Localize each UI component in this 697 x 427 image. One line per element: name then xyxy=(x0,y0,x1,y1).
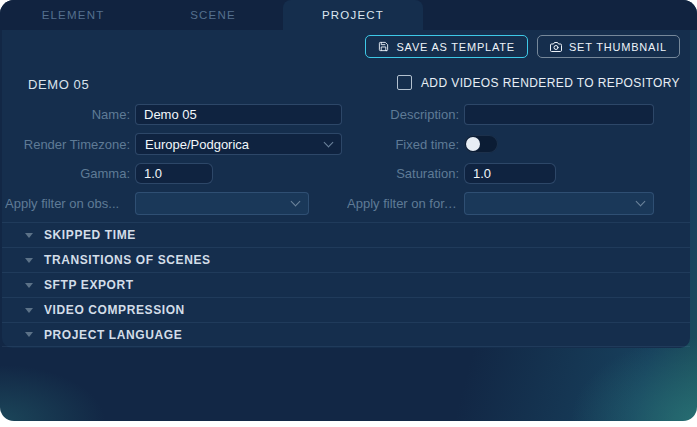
name-label: Name: xyxy=(5,107,130,122)
chevron-down-icon xyxy=(291,197,301,207)
section-label: SFTP EXPORT xyxy=(44,278,134,292)
toggle-knob xyxy=(466,137,480,151)
toolbar: SAVE AS TEMPLATE SET THUMBNAIL xyxy=(365,35,680,58)
add-videos-checkbox[interactable] xyxy=(397,75,412,90)
render-timezone-label: Render Timezone: xyxy=(5,137,130,152)
project-settings-form: Name: Description: Render Timezone: Euro… xyxy=(5,104,685,215)
save-icon xyxy=(378,41,389,52)
section-label: TRANSITIONS OF SCENES xyxy=(44,253,211,267)
collapsible-sections: SKIPPED TIME TRANSITIONS OF SCENES SFTP … xyxy=(2,222,690,347)
collapse-triangle-icon xyxy=(25,258,33,263)
set-thumbnail-button[interactable]: SET THUMBNAIL xyxy=(537,35,680,58)
collapse-triangle-icon xyxy=(25,332,33,337)
saturation-label: Saturation: xyxy=(347,166,459,181)
content-panel: SAVE AS TEMPLATE SET THUMBNAIL DEMO 05 A… xyxy=(2,30,690,348)
save-as-template-button[interactable]: SAVE AS TEMPLATE xyxy=(365,35,528,58)
tab-element-label: ELEMENT xyxy=(42,9,105,21)
chevron-down-icon xyxy=(636,197,646,207)
add-videos-label: ADD VIDEOS RENDERED TO REPOSITORY xyxy=(421,76,680,90)
page: ELEMENT SCENE PROJECT SAVE AS TEMPLATE S xyxy=(0,0,697,427)
chevron-down-icon xyxy=(324,137,334,147)
render-timezone-value: Europe/Podgorica xyxy=(145,137,249,152)
section-skipped-time[interactable]: SKIPPED TIME xyxy=(2,222,690,247)
section-transitions-of-scenes[interactable]: TRANSITIONS OF SCENES xyxy=(2,247,690,272)
render-timezone-select[interactable]: Europe/Podgorica xyxy=(135,133,342,155)
saturation-input[interactable] xyxy=(464,163,556,184)
description-input[interactable] xyxy=(464,104,654,125)
add-videos-checkbox-row[interactable]: ADD VIDEOS RENDERED TO REPOSITORY xyxy=(397,75,680,90)
app-window: ELEMENT SCENE PROJECT SAVE AS TEMPLATE S xyxy=(0,0,697,421)
tab-element[interactable]: ELEMENT xyxy=(3,0,143,30)
section-project-language[interactable]: PROJECT LANGUAGE xyxy=(2,322,690,347)
name-input[interactable] xyxy=(135,104,342,125)
camera-icon xyxy=(550,41,562,53)
save-as-template-label: SAVE AS TEMPLATE xyxy=(396,41,515,53)
gamma-input[interactable] xyxy=(135,163,213,184)
section-video-compression[interactable]: VIDEO COMPRESSION xyxy=(2,297,690,322)
section-label: PROJECT LANGUAGE xyxy=(44,328,182,342)
section-label: VIDEO COMPRESSION xyxy=(44,303,185,317)
section-label: SKIPPED TIME xyxy=(44,228,136,242)
filter-obs-select[interactable] xyxy=(135,192,309,215)
section-sftp-export[interactable]: SFTP EXPORT xyxy=(2,272,690,297)
filter-for-select[interactable] xyxy=(464,192,654,215)
collapse-triangle-icon xyxy=(25,308,33,313)
tab-project-label: PROJECT xyxy=(322,9,384,21)
filter-obs-label: Apply filter on obs... xyxy=(5,196,130,211)
tab-scene-label: SCENE xyxy=(190,9,236,21)
set-thumbnail-label: SET THUMBNAIL xyxy=(569,41,667,53)
fixed-time-toggle[interactable] xyxy=(464,135,498,153)
tab-project[interactable]: PROJECT xyxy=(283,0,423,30)
collapse-triangle-icon xyxy=(25,283,33,288)
filter-for-label: Apply filter on for. ... xyxy=(347,196,459,211)
project-title: DEMO 05 xyxy=(28,77,89,92)
gamma-label: Gamma: xyxy=(5,166,130,181)
description-label: Description: xyxy=(347,107,459,122)
tab-scene[interactable]: SCENE xyxy=(143,0,283,30)
collapse-triangle-icon xyxy=(25,233,33,238)
fixed-time-label: Fixed time: xyxy=(347,137,459,152)
tab-bar: ELEMENT SCENE PROJECT xyxy=(0,0,697,30)
